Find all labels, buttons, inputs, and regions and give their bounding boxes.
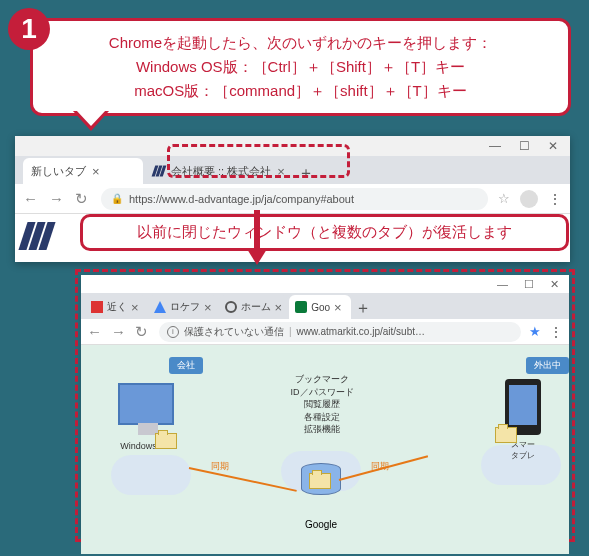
database-node: ブックマーク ID／パスワード 閲覧履歴 各種設定 拡張機能 Google bbox=[301, 463, 341, 530]
favicon-icon bbox=[91, 301, 103, 313]
url-bar: ← → ↻ 🔒 https://www.d-advantage.jp/ja/co… bbox=[15, 184, 570, 214]
bookmark-star-icon[interactable]: ☆ bbox=[498, 191, 510, 206]
menu-button[interactable]: ⋮ bbox=[549, 324, 563, 340]
instruction-callout: Chromeを起動したら、次のいずれかのキーを押します： Windows OS版… bbox=[30, 18, 571, 116]
window-titlebar: — ☐ ✕ bbox=[81, 275, 569, 293]
back-button[interactable]: ← bbox=[23, 190, 39, 207]
tag-outside: 外出中 bbox=[526, 357, 569, 374]
browser-tab[interactable]: ロケフ× bbox=[148, 295, 218, 319]
folder-icon bbox=[495, 427, 517, 443]
reload-button[interactable]: ↻ bbox=[135, 323, 151, 341]
close-button[interactable]: ✕ bbox=[548, 139, 558, 153]
browser-tab[interactable]: 新しいタブ × bbox=[23, 158, 143, 184]
tab-label: ロケフ bbox=[170, 300, 200, 314]
callout-line: macOS版：［command］＋［shift］＋［T］キー bbox=[49, 79, 552, 103]
arrow-down-icon bbox=[247, 249, 267, 265]
browser-tab-active[interactable]: Goo× bbox=[289, 295, 351, 319]
tab-close-icon[interactable]: × bbox=[204, 300, 212, 315]
google-label: Google bbox=[301, 519, 341, 530]
callout-line: Chromeを起動したら、次のいずれかのキーを押します： bbox=[49, 31, 552, 55]
address-input[interactable]: 🔒 https://www.d-advantage.jp/ja/company#… bbox=[101, 188, 488, 210]
pc-node: Windows PC bbox=[101, 383, 191, 451]
browser-tab[interactable]: ホーム× bbox=[219, 295, 289, 319]
phone-node: スマー タブレ bbox=[493, 379, 553, 461]
browser-window-after: — ☐ ✕ 近く× ロケフ× ホーム× Goo× ＋ ← → ↻ i 保護されて… bbox=[81, 275, 569, 536]
folder-icon bbox=[155, 433, 177, 449]
sync-label: 同期 bbox=[211, 460, 229, 473]
favicon-icon bbox=[225, 301, 237, 313]
callout-line: Windows OS版：［Ctrl］＋［Shift］＋［T］キー bbox=[49, 55, 552, 79]
minimize-button[interactable]: — bbox=[489, 139, 501, 153]
tab-close-icon[interactable]: × bbox=[92, 164, 100, 179]
tab-close-icon[interactable]: × bbox=[131, 300, 139, 315]
reload-button[interactable]: ↻ bbox=[75, 190, 91, 208]
tab-label: 新しいタブ bbox=[31, 164, 86, 179]
tab-label: Goo bbox=[311, 302, 330, 313]
lock-icon: 🔒 bbox=[111, 193, 123, 204]
step-number-badge: 1 bbox=[8, 8, 50, 50]
monitor-icon bbox=[118, 383, 174, 425]
tab-label: 近く bbox=[107, 300, 127, 314]
new-tab-button[interactable]: ＋ bbox=[352, 298, 374, 319]
insecure-label: 保護されていない通信 bbox=[184, 325, 284, 339]
maximize-button[interactable]: ☐ bbox=[519, 139, 530, 153]
highlight-restored-window: — ☐ ✕ 近く× ロケフ× ホーム× Goo× ＋ ← → ↻ i 保護されて… bbox=[75, 269, 575, 542]
url-text: www.atmarkit.co.jp/ait/subt… bbox=[297, 326, 425, 337]
sync-label: 同期 bbox=[371, 460, 389, 473]
close-button[interactable]: ✕ bbox=[550, 278, 559, 291]
menu-button[interactable]: ⋮ bbox=[548, 191, 562, 207]
result-callout: 以前に閉じたウィンドウ（と複数のタブ）が復活します bbox=[80, 214, 569, 251]
tab-strip: 近く× ロケフ× ホーム× Goo× ＋ bbox=[81, 293, 569, 319]
folder-icon bbox=[309, 473, 331, 489]
tab-close-icon[interactable]: × bbox=[334, 300, 342, 315]
bookmark-star-icon[interactable]: ★ bbox=[529, 324, 541, 339]
address-input[interactable]: i 保護されていない通信 | www.atmarkit.co.jp/ait/su… bbox=[159, 322, 521, 342]
browser-tab[interactable]: 近く× bbox=[85, 295, 147, 319]
highlight-restored-tab bbox=[167, 144, 350, 178]
forward-button[interactable]: → bbox=[111, 323, 127, 340]
tab-label: ホーム bbox=[241, 300, 271, 314]
tab-close-icon[interactable]: × bbox=[275, 300, 283, 315]
favicon-icon bbox=[153, 165, 164, 176]
tag-company: 会社 bbox=[169, 357, 203, 374]
site-logo-icon bbox=[23, 222, 51, 250]
db-features-label: ブックマーク ID／パスワード 閲覧履歴 各種設定 拡張機能 bbox=[277, 373, 367, 436]
url-text: https://www.d-advantage.jp/ja/company#ab… bbox=[129, 193, 354, 205]
insecure-info-icon[interactable]: i bbox=[167, 326, 179, 338]
minimize-button[interactable]: — bbox=[497, 278, 508, 290]
profile-avatar[interactable] bbox=[520, 190, 538, 208]
forward-button[interactable]: → bbox=[49, 190, 65, 207]
maximize-button[interactable]: ☐ bbox=[524, 278, 534, 291]
pc-label: Windows PC bbox=[101, 441, 191, 451]
page-content-diagram: 会社 外出中 Windows PC ブックマーク ID／パスワード 閲覧履歴 各… bbox=[81, 345, 569, 554]
url-bar: ← → ↻ i 保護されていない通信 | www.atmarkit.co.jp/… bbox=[81, 319, 569, 345]
favicon-icon bbox=[295, 301, 307, 313]
cloud-icon bbox=[111, 455, 191, 495]
back-button[interactable]: ← bbox=[87, 323, 103, 340]
favicon-icon bbox=[154, 301, 166, 313]
